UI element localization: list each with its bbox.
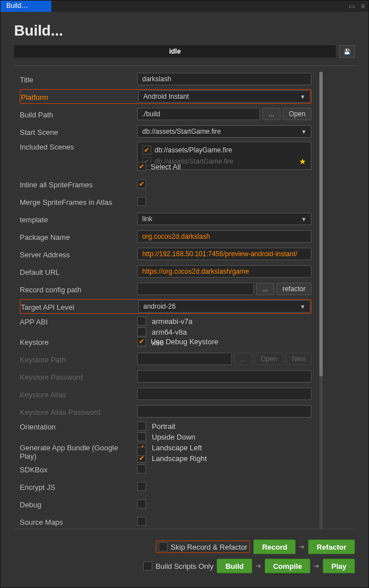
- orient-portrait-checkbox[interactable]: [137, 422, 146, 431]
- sdkbox-checkbox[interactable]: [137, 464, 146, 473]
- label-included-scenes: Included Scenes: [20, 142, 133, 151]
- build-form: Title Platform Android Instant ▼ Build P…: [1, 72, 319, 529]
- menu-icon[interactable]: ≡: [357, 1, 368, 12]
- scene-1-label: db://assets/PlayGame.fire: [155, 146, 232, 154]
- input-record-config[interactable]: [137, 283, 254, 295]
- chevron-down-icon: ▼: [301, 129, 306, 135]
- row-keystore-pwd: Keystore Password: [20, 369, 311, 384]
- label-platform: Platform: [21, 92, 134, 102]
- select-target-api-value: android-26: [143, 302, 175, 310]
- input-keystore-alias: [137, 388, 311, 400]
- scene-1-checkbox[interactable]: [142, 146, 151, 155]
- build-button[interactable]: Build: [217, 559, 252, 573]
- orient-portrait-label: Portrait: [152, 422, 175, 431]
- browse-keystore-button: ...: [234, 353, 252, 365]
- arrow-icon: ➔: [314, 562, 319, 570]
- row-package: Package Name: [20, 229, 311, 244]
- chevron-down-icon: ▼: [301, 216, 306, 222]
- input-package[interactable]: [137, 230, 311, 243]
- input-default-url[interactable]: [137, 265, 311, 278]
- row-platform: Platform Android Instant ▼: [20, 89, 311, 104]
- label-server: Server Address: [20, 249, 133, 259]
- input-build-path[interactable]: [137, 108, 260, 120]
- scrollbar[interactable]: [319, 72, 323, 529]
- debug-keystore-checkbox[interactable]: [137, 337, 146, 346]
- title-bar: Build… ▭ ≡: [1, 1, 368, 12]
- label-sourcemaps: Source Maps: [20, 517, 133, 526]
- row-orientation: Orientation Portrait Upside Down Landsca…: [20, 422, 311, 441]
- orient-upside-checkbox[interactable]: [137, 432, 146, 441]
- abi-armeabi-checkbox[interactable]: [137, 317, 146, 326]
- row-bundle: Generate App Bundle (Google Play): [20, 444, 311, 459]
- header: Build...: [1, 12, 368, 45]
- row-keystore-alias-pwd: Keystore Alias Password: [20, 404, 311, 419]
- select-platform[interactable]: Android Instant ▼: [138, 90, 310, 103]
- sourcemaps-checkbox[interactable]: [137, 517, 146, 526]
- select-template-value: link: [142, 215, 152, 223]
- footer-row-2: Build Scripts Only Build ➔ Compile ➔ Pla…: [14, 559, 355, 573]
- row-template: template link ▼: [20, 212, 311, 226]
- label-build-path: Build Path: [20, 109, 133, 119]
- label-orientation: Orientation: [20, 422, 133, 431]
- merge-sprite-checkbox[interactable]: [137, 197, 146, 206]
- row-keystore-path: Keystore Path ... Open New: [20, 352, 311, 366]
- select-start-scene[interactable]: db://assets/StartGame.fire ▼: [137, 125, 311, 138]
- select-all-label: Select All: [151, 163, 181, 171]
- label-debug: Debug: [20, 499, 133, 509]
- play-button[interactable]: Play: [323, 559, 355, 573]
- open-build-path-button[interactable]: Open: [283, 108, 311, 120]
- footer: Skip Record & Refactor Record ➔ Refactor…: [1, 535, 368, 579]
- debug-checkbox[interactable]: [137, 499, 146, 508]
- row-build-path: Build Path ... Open: [20, 107, 311, 121]
- encrypt-checkbox[interactable]: [137, 482, 146, 491]
- row-default-url: Default URL: [20, 264, 311, 279]
- arrow-icon: ➔: [299, 543, 305, 551]
- label-start-scene: Start Scene: [20, 127, 133, 137]
- row-target-api: Target API Level android-26 ▼: [20, 299, 311, 314]
- row-sourcemaps: Source Maps: [20, 514, 311, 529]
- scene-item-1: db://assets/PlayGame.fire: [142, 146, 306, 155]
- skip-record-box: Skip Record & Refactor: [156, 541, 251, 553]
- row-encrypt: Encrypt JS: [20, 479, 311, 494]
- row-keystore: Keystore Use Debug Keystore: [20, 334, 311, 349]
- bundle-checkbox[interactable]: [137, 447, 146, 456]
- browse-build-path-button[interactable]: ...: [262, 108, 280, 120]
- skip-record-checkbox[interactable]: [159, 542, 168, 551]
- label-default-url: Default URL: [20, 267, 133, 277]
- row-record-config: Record config path ... refactor: [20, 282, 311, 296]
- refactor-big-button[interactable]: Refactor: [308, 539, 355, 554]
- dock-icon[interactable]: ▭: [346, 1, 357, 12]
- row-merge-sprite: Merge SpriteFrames in Atlas: [20, 194, 311, 209]
- label-title: Title: [20, 74, 133, 84]
- select-template[interactable]: link ▼: [137, 213, 311, 225]
- chevron-down-icon: ▼: [300, 94, 305, 100]
- select-target-api[interactable]: android-26 ▼: [138, 300, 310, 313]
- record-button[interactable]: Record: [253, 539, 296, 554]
- input-keystore-pwd: [137, 370, 311, 383]
- label-inline-sprite: Inline all SpriteFrames: [20, 179, 133, 189]
- select-platform-value: Android Instant: [143, 93, 189, 100]
- select-all-checkbox[interactable]: [137, 162, 146, 171]
- abi1-label: armeabi-v7a: [152, 317, 192, 326]
- row-debug: Debug: [20, 497, 311, 511]
- compile-button[interactable]: Compile: [265, 559, 310, 573]
- label-target-api: Target API Level: [21, 302, 134, 311]
- footer-row-1: Skip Record & Refactor Record ➔ Refactor: [14, 539, 355, 554]
- refactor-button[interactable]: refactor: [276, 283, 312, 295]
- input-title[interactable]: [137, 73, 311, 85]
- build-scripts-checkbox[interactable]: [143, 561, 152, 571]
- row-title: Title: [20, 72, 311, 86]
- label-bundle: Generate App Bundle (Google Play): [20, 442, 133, 460]
- chevron-down-icon: ▼: [300, 304, 305, 310]
- browse-record-button[interactable]: ...: [256, 283, 274, 295]
- status-save-icon[interactable]: 💾: [339, 45, 355, 58]
- label-sdkbox: SDKBox: [20, 464, 133, 474]
- window-tab[interactable]: Build…: [1, 1, 51, 12]
- inline-sprite-checkbox[interactable]: [137, 179, 146, 188]
- select-start-scene-value: db://assets/StartGame.fire: [142, 128, 221, 135]
- input-server[interactable]: [137, 248, 311, 260]
- skip-record-label: Skip Record & Refactor: [171, 543, 248, 551]
- new-keystore-button: New: [285, 353, 311, 365]
- scrollbar-thumb[interactable]: [319, 72, 323, 376]
- status-bar: idle: [14, 45, 336, 58]
